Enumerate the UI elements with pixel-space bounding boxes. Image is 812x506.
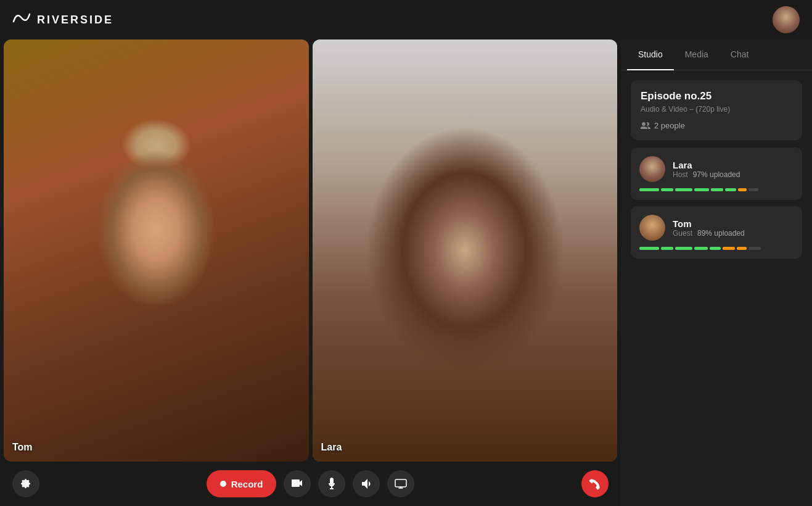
people-icon [641,122,650,130]
screen-share-button[interactable] [387,470,414,497]
logo-text: RIVERSIDE [37,14,113,27]
people-count-text: 2 people [654,121,685,130]
upload-percent-lara: 97% uploaded [693,170,740,179]
speaker-button[interactable] [353,470,380,497]
tab-media[interactable]: Media [674,39,720,70]
video-name-lara: Lara [321,442,342,453]
tom-seg-3 [675,247,692,250]
participant-name-lara: Lara [673,160,794,170]
participant-card-lara: Lara Host 97% uploaded [631,147,802,200]
video-tile-tom: Tom [4,39,309,462]
toolbar-left [12,470,39,497]
tom-seg-2 [661,247,673,250]
video-tile-lara: Lara [313,39,618,462]
tom-seg-4 [694,247,708,250]
tom-seg-8 [748,247,761,250]
progress-seg-6 [725,188,736,191]
sidebar: Studio Media Chat Episode no.25 Audio & … [621,39,812,506]
participant-card-tom: Tom Guest 89% uploaded [631,206,802,259]
avatar-tom [639,215,665,241]
tab-studio[interactable]: Studio [627,39,674,70]
header: RIVERSIDE [0,0,812,39]
tab-chat[interactable]: Chat [720,39,760,70]
participant-row-tom: Tom Guest 89% uploaded [639,215,794,241]
sidebar-content: Episode no.25 Audio & Video – (720p live… [621,70,812,506]
participant-role-lara: Host [673,170,688,179]
record-label: Record [231,479,263,489]
participant-row-lara: Lara Host 97% uploaded [639,156,794,182]
toolbar: Record [0,462,621,506]
progress-seg-5 [711,188,723,191]
people-count: 2 people [641,121,792,130]
episode-title: Episode no.25 [641,90,792,102]
progress-bar-tom [639,247,794,250]
episode-subtitle: Audio & Video – (720p live) [641,105,792,114]
progress-seg-1 [639,188,659,191]
sidebar-tabs: Studio Media Chat [621,39,812,70]
user-avatar[interactable] [773,6,800,33]
progress-seg-2 [661,188,673,191]
video-name-tom: Tom [12,442,33,453]
toolbar-right [581,470,609,497]
participant-role-tom: Guest [673,229,692,238]
video-grid: Tom Lara [0,39,621,462]
participant-info-lara: Lara Host 97% uploaded [673,160,794,179]
tom-seg-5 [710,247,721,250]
svg-rect-0 [395,479,406,487]
progress-seg-4 [694,188,709,191]
record-button[interactable]: Record [207,470,277,497]
tom-seg-1 [639,247,659,250]
hangup-button[interactable] [581,470,609,497]
tom-seg-7 [737,247,747,250]
participant-name-tom: Tom [673,218,794,229]
tom-seg-6 [723,247,735,250]
settings-button[interactable] [12,470,39,497]
record-dot [220,481,226,487]
camera-button[interactable] [284,470,311,497]
upload-percent-tom: 89% uploaded [697,229,745,238]
progress-seg-7 [738,188,747,191]
episode-card: Episode no.25 Audio & Video – (720p live… [631,80,802,140]
main-content: Tom Lara Record [0,39,812,506]
participant-info-tom: Tom Guest 89% uploaded [673,218,794,238]
logo-icon [12,9,31,30]
progress-bar-lara [639,188,794,191]
mic-button[interactable] [318,470,345,497]
progress-seg-8 [748,188,758,191]
logo: RIVERSIDE [12,9,113,30]
video-area: Tom Lara Record [0,39,621,506]
avatar-lara [639,156,665,182]
progress-seg-3 [675,188,692,191]
